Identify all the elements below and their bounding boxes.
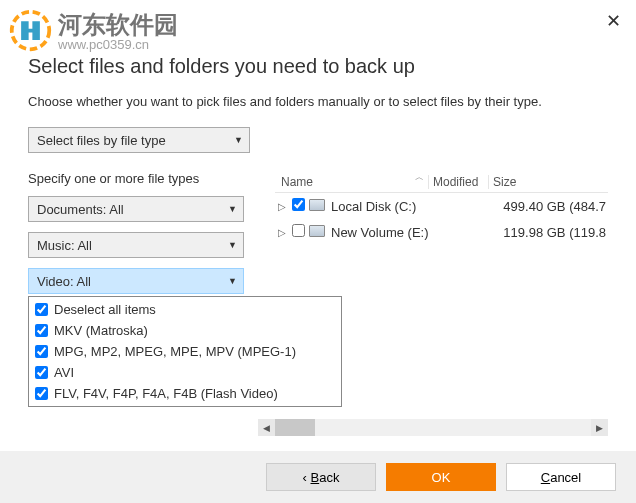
cancel-button[interactable]: Cancel <box>506 463 616 491</box>
video-dropdown-list[interactable]: Deselect all items MKV (Matroska) MPG, M… <box>28 296 342 407</box>
list-item[interactable]: FLV, F4V, F4P, F4A, F4B (Flash Video) <box>29 383 341 404</box>
chevron-down-icon: ▼ <box>228 240 237 250</box>
item-checkbox[interactable] <box>35 387 48 400</box>
item-checkbox[interactable] <box>35 345 48 358</box>
expand-icon[interactable]: ▷ <box>275 201 289 212</box>
video-select[interactable]: Video: All ▼ <box>28 268 244 294</box>
tree-header: Name ︿ Modified Size <box>275 171 608 193</box>
close-button[interactable]: ✕ <box>606 10 621 32</box>
scroll-left-icon[interactable]: ◀ <box>258 419 275 436</box>
mode-select-label: Select files by file type <box>37 133 166 148</box>
chevron-down-icon: ▼ <box>234 135 243 145</box>
disk-icon <box>309 199 327 213</box>
item-label: FLV, F4V, F4P, F4A, F4B (Flash Video) <box>54 386 278 401</box>
item-label: MPG, MP2, MPEG, MPE, MPV (MPEG-1) <box>54 344 296 359</box>
file-tree: Name ︿ Modified Size ▷ Local Disk (C:) 4… <box>275 171 608 304</box>
row-checkbox[interactable] <box>292 198 306 214</box>
page-subtitle: Choose whether you want to pick files an… <box>28 94 608 109</box>
documents-select-label: Documents: All <box>37 202 124 217</box>
column-modified[interactable]: Modified <box>428 175 488 189</box>
list-item[interactable]: AVI <box>29 362 341 383</box>
item-checkbox[interactable] <box>35 303 48 316</box>
mode-select[interactable]: Select files by file type ▼ <box>28 127 250 153</box>
row-name: New Volume (E:) <box>331 225 488 240</box>
list-item[interactable]: Deselect all items <box>29 299 341 320</box>
specify-label: Specify one or more file types <box>28 171 263 186</box>
list-item[interactable]: MKV (Matroska) <box>29 320 341 341</box>
row-name: Local Disk (C:) <box>331 199 488 214</box>
page-title: Select files and folders you need to bac… <box>28 55 608 78</box>
item-label: MKV (Matroska) <box>54 323 148 338</box>
item-label: Deselect all items <box>54 302 156 317</box>
logo-icon <box>8 8 53 53</box>
tree-row[interactable]: ▷ Local Disk (C:) 499.40 GB (484.7 <box>275 193 608 219</box>
video-select-label: Video: All <box>37 274 91 289</box>
horizontal-scrollbar[interactable]: ◀ ▶ <box>258 419 608 436</box>
disk-icon <box>309 225 327 239</box>
chevron-down-icon: ▼ <box>228 276 237 286</box>
scroll-right-icon[interactable]: ▶ <box>591 419 608 436</box>
list-item[interactable]: MPG, MP2, MPEG, MPE, MPV (MPEG-1) <box>29 341 341 362</box>
item-checkbox[interactable] <box>35 324 48 337</box>
sort-indicator-icon: ︿ <box>410 171 428 184</box>
row-size: 499.40 GB (484.7 <box>488 199 608 214</box>
column-size[interactable]: Size <box>488 175 608 189</box>
music-select-label: Music: All <box>37 238 92 253</box>
item-checkbox[interactable] <box>35 366 48 379</box>
chevron-down-icon: ▼ <box>228 204 237 214</box>
tree-row[interactable]: ▷ New Volume (E:) 119.98 GB (119.8 <box>275 219 608 245</box>
music-select[interactable]: Music: All ▼ <box>28 232 244 258</box>
row-size: 119.98 GB (119.8 <box>488 225 608 240</box>
scroll-thumb[interactable] <box>275 419 315 436</box>
scroll-track[interactable] <box>275 419 591 436</box>
ok-button[interactable]: OK <box>386 463 496 491</box>
column-name[interactable]: Name <box>275 175 410 189</box>
expand-icon[interactable]: ▷ <box>275 227 289 238</box>
documents-select[interactable]: Documents: All ▼ <box>28 196 244 222</box>
watermark: 河东软件园 www.pc0359.cn <box>8 8 178 53</box>
item-label: AVI <box>54 365 74 380</box>
dialog-footer: ‹ Back OK Cancel <box>0 451 636 503</box>
back-button[interactable]: ‹ Back <box>266 463 376 491</box>
row-checkbox[interactable] <box>292 224 306 240</box>
